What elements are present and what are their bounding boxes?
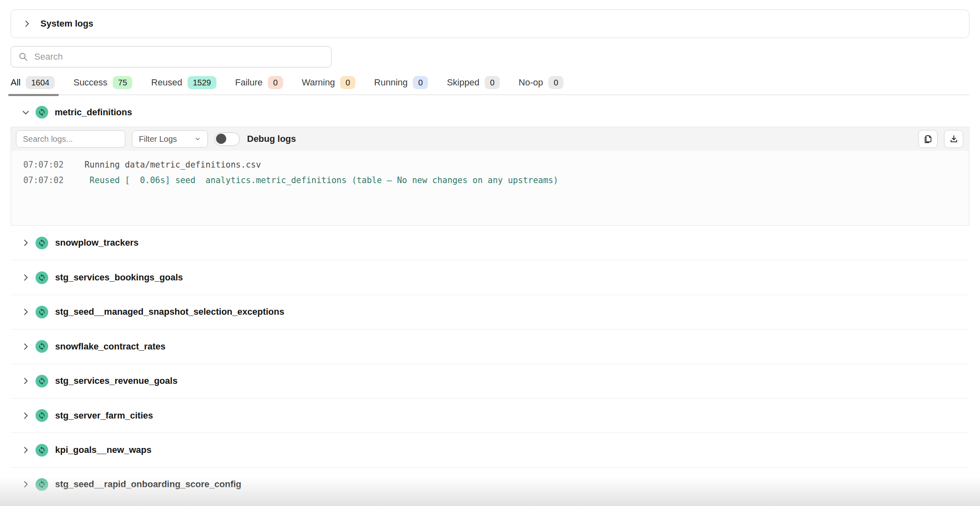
model-name: stg_seed__rapid_onboarding_score_config bbox=[55, 479, 241, 490]
system-logs-section[interactable]: System logs bbox=[11, 9, 969, 38]
copy-icon bbox=[923, 134, 933, 144]
reused-icon bbox=[36, 340, 48, 353]
chevron-right-icon bbox=[21, 273, 30, 282]
tab-label: Running bbox=[374, 77, 408, 88]
list-item-snowflake-contract-rates[interactable]: snowflake_contract_rates bbox=[11, 329, 969, 363]
tab-count-badge: 0 bbox=[268, 76, 283, 89]
model-name: stg_server_farm_cities bbox=[55, 410, 153, 421]
list-item-stg-seed-rapid-onboarding-score-config[interactable]: stg_seed__rapid_onboarding_score_config bbox=[11, 467, 969, 502]
log-panel: Filter Logs Debug logs 07:07:02 Running … bbox=[11, 127, 969, 226]
tab-count-badge: 0 bbox=[485, 76, 500, 89]
tab-count-badge: 0 bbox=[413, 76, 428, 89]
system-logs-title: System logs bbox=[40, 18, 94, 29]
search-input[interactable] bbox=[34, 51, 324, 62]
list-item-kpi-goals-new-waps[interactable]: kpi_goals__new_waps bbox=[11, 432, 969, 467]
chevron-right-icon bbox=[22, 19, 31, 28]
tab-label: Success bbox=[74, 77, 107, 88]
model-list: snowplow_trackers stg_services_bookings_… bbox=[11, 226, 969, 502]
log-output: 07:07:02 Running data/metric_definitions… bbox=[11, 151, 969, 225]
tab-count-badge: 1529 bbox=[187, 76, 216, 89]
list-item-stg-services-bookings-goals[interactable]: stg_services_bookings_goals bbox=[11, 260, 969, 294]
search-bar bbox=[11, 46, 332, 67]
download-icon bbox=[949, 134, 959, 144]
list-item-stg-seed-managed-snapshot-selection-exceptions[interactable]: stg_seed__managed_snapshot_selection_exc… bbox=[11, 295, 969, 329]
tab-count-badge: 0 bbox=[340, 76, 355, 89]
reused-icon bbox=[36, 237, 48, 249]
download-logs-button[interactable] bbox=[944, 130, 963, 148]
chevron-right-icon bbox=[21, 446, 30, 455]
tab-label: All bbox=[11, 77, 20, 88]
list-item-snowplow-trackers[interactable]: snowplow_trackers bbox=[11, 226, 969, 260]
reused-icon bbox=[36, 375, 48, 387]
log-timestamp: 07:07:02 bbox=[23, 157, 65, 172]
chevron-right-icon bbox=[21, 342, 30, 351]
copy-logs-button[interactable] bbox=[918, 130, 938, 148]
list-item-stg-services-revenue-goals[interactable]: stg_services_revenue_goals bbox=[11, 364, 969, 398]
tab-skipped[interactable]: Skipped 0 bbox=[447, 76, 500, 89]
tab-count-badge: 1604 bbox=[26, 76, 55, 89]
debug-logs-label: Debug logs bbox=[247, 134, 296, 144]
log-timestamp: 07:07:02 bbox=[23, 172, 65, 188]
chevron-right-icon bbox=[21, 376, 30, 385]
tab-reused[interactable]: Reused 1529 bbox=[151, 76, 216, 89]
log-search-bar bbox=[16, 130, 125, 148]
reused-icon bbox=[36, 306, 48, 318]
toggle-knob bbox=[216, 134, 226, 144]
debug-logs-toggle[interactable] bbox=[214, 132, 240, 146]
model-name: snowflake_contract_rates bbox=[55, 341, 165, 352]
tab-running[interactable]: Running 0 bbox=[374, 76, 428, 89]
chevron-right-icon bbox=[21, 307, 30, 316]
chevron-right-icon bbox=[21, 480, 30, 489]
reused-icon bbox=[36, 409, 48, 422]
tab-label: Skipped bbox=[447, 77, 479, 88]
expanded-section-header[interactable]: metric_definitions bbox=[11, 95, 969, 127]
log-message: Running data/metric_definitions.csv bbox=[85, 157, 261, 172]
chevron-down-icon bbox=[194, 136, 201, 142]
tab-label: Failure bbox=[235, 77, 263, 88]
tab-noop[interactable]: No-op 0 bbox=[519, 76, 564, 89]
reused-icon bbox=[36, 444, 48, 457]
tab-label: No-op bbox=[519, 77, 543, 88]
app-root: System logs All 1604 Success 75 Reused 1… bbox=[0, 0, 980, 506]
tab-count-badge: 75 bbox=[113, 76, 132, 89]
model-name: stg_services_revenue_goals bbox=[55, 376, 178, 386]
chevron-down-icon bbox=[21, 108, 30, 117]
chevron-right-icon bbox=[21, 238, 30, 247]
list-item-stg-server-farm-cities[interactable]: stg_server_farm_cities bbox=[11, 398, 969, 432]
tab-success[interactable]: Success 75 bbox=[74, 76, 132, 89]
chevron-right-icon bbox=[21, 411, 30, 420]
model-name: kpi_goals__new_waps bbox=[55, 445, 151, 455]
model-name: stg_seed__managed_snapshot_selection_exc… bbox=[55, 307, 284, 317]
tab-warning[interactable]: Warning 0 bbox=[302, 76, 355, 89]
log-line: 07:07:02 Reused [ 0.06s] seed analytics.… bbox=[23, 172, 969, 188]
status-tabs: All 1604 Success 75 Reused 1529 Failure … bbox=[11, 76, 969, 95]
model-name: stg_services_bookings_goals bbox=[55, 272, 183, 283]
reused-icon bbox=[36, 478, 48, 491]
tab-label: Warning bbox=[302, 77, 335, 88]
model-name: snowplow_trackers bbox=[55, 237, 138, 248]
section-name: metric_definitions bbox=[55, 107, 132, 118]
tab-all[interactable]: All 1604 bbox=[11, 76, 55, 89]
log-message: Reused [ 0.06s] seed analytics.metric_de… bbox=[85, 172, 558, 188]
tab-count-badge: 0 bbox=[548, 76, 564, 89]
filter-logs-dropdown[interactable]: Filter Logs bbox=[132, 130, 208, 148]
log-toolbar: Filter Logs Debug logs bbox=[11, 127, 969, 151]
log-search-input[interactable] bbox=[23, 134, 118, 144]
log-line: 07:07:02 Running data/metric_definitions… bbox=[23, 157, 969, 172]
filter-logs-label: Filter Logs bbox=[139, 134, 177, 144]
tab-failure[interactable]: Failure 0 bbox=[235, 76, 283, 89]
tab-label: Reused bbox=[151, 77, 182, 88]
reused-icon bbox=[36, 106, 48, 119]
search-icon bbox=[18, 52, 28, 62]
reused-icon bbox=[36, 271, 48, 284]
